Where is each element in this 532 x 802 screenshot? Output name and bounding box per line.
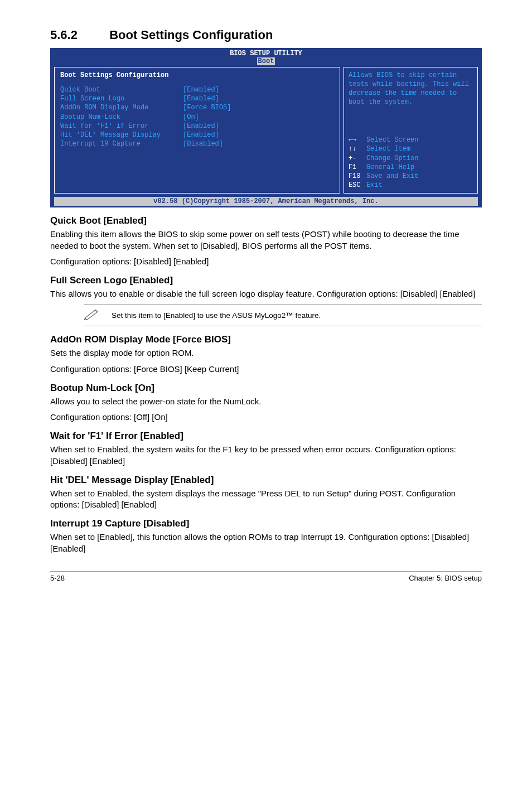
note-box: Set this item to [Enabled] to use the AS… bbox=[84, 304, 482, 326]
subsection-heading: Bootup Num-Lock [On] bbox=[50, 383, 482, 394]
paragraph: When set to [Enabled], this function all… bbox=[50, 532, 482, 554]
bios-row: Wait for 'F1' if Error[Enabled] bbox=[60, 122, 334, 131]
pencil-icon bbox=[84, 308, 100, 322]
paragraph: Sets the display mode for option ROM. bbox=[50, 347, 482, 359]
bios-row: Interrupt 19 Capture[Disabled] bbox=[60, 139, 334, 148]
section-heading: 5.6.2 Boot Settings Configuration bbox=[50, 28, 482, 42]
subsection-heading: Full Screen Logo [Enabled] bbox=[50, 275, 482, 286]
page-footer: 5-28 Chapter 5: BIOS setup bbox=[50, 571, 482, 582]
bios-panel-title: Boot Settings Configuration bbox=[60, 71, 334, 80]
section-title: Boot Settings Configuration bbox=[109, 28, 273, 42]
bios-help-panel: Allows BIOS to skip certain tests while … bbox=[344, 67, 478, 194]
page-number: 5-28 bbox=[50, 574, 65, 582]
subsection-heading: AddOn ROM Display Mode [Force BIOS] bbox=[50, 334, 482, 345]
bios-row: Hit 'DEL' Message Display[Enabled] bbox=[60, 131, 334, 139]
bios-header-tab: Boot bbox=[257, 57, 275, 65]
paragraph: When set to Enabled, the system waits fo… bbox=[50, 444, 482, 467]
section-number: 5.6.2 bbox=[50, 28, 106, 42]
paragraph: Enabling this item allows the BIOS to sk… bbox=[50, 229, 482, 252]
chapter-label: Chapter 5: BIOS setup bbox=[409, 574, 482, 582]
paragraph: Configuration options: [Off] [On] bbox=[50, 412, 482, 423]
subsection-heading: Hit 'DEL' Message Display [Enabled] bbox=[50, 475, 482, 486]
subsection-heading: Interrupt 19 Capture [Disabled] bbox=[50, 518, 482, 529]
bios-footer: v02.58 (C)Copyright 1985-2007, American … bbox=[54, 197, 478, 206]
bios-row: Full Screen Logo[Enabled] bbox=[60, 94, 334, 103]
bios-help-text: Allows BIOS to skip certain tests while … bbox=[349, 71, 473, 107]
bios-row: Quick Boot[Enabled] bbox=[60, 85, 334, 94]
subsection-heading: Quick Boot [Enabled] bbox=[50, 215, 482, 226]
bios-row: Bootup Num-Lock[On] bbox=[60, 113, 334, 122]
paragraph: When set to Enabled, the system displays… bbox=[50, 488, 482, 511]
bios-row: AddOn ROM Display Mode[Force BIOS] bbox=[60, 103, 334, 112]
paragraph: This allows you to enable or disable the… bbox=[50, 288, 482, 299]
paragraph: Configuration options: [Force BIOS] [Kee… bbox=[50, 364, 482, 375]
bios-header-title: BIOS SETUP UTILITY bbox=[51, 50, 481, 57]
bios-main-panel: Boot Settings Configuration Quick Boot[E… bbox=[54, 67, 340, 194]
bios-header: BIOS SETUP UTILITY Boot bbox=[51, 49, 481, 67]
subsection-heading: Wait for 'F1' If Error [Enabled] bbox=[50, 431, 482, 442]
paragraph: Configuration options: [Disabled] [Enabl… bbox=[50, 256, 482, 267]
note-text: Set this item to [Enabled] to use the AS… bbox=[112, 311, 321, 320]
bios-screenshot: BIOS SETUP UTILITY Boot Boot Settings Co… bbox=[50, 48, 482, 207]
paragraph: Allows you to select the power-on state … bbox=[50, 396, 482, 407]
bios-help-keys: ←→Select Screen ↑↓Select Item +-Change O… bbox=[349, 136, 473, 190]
